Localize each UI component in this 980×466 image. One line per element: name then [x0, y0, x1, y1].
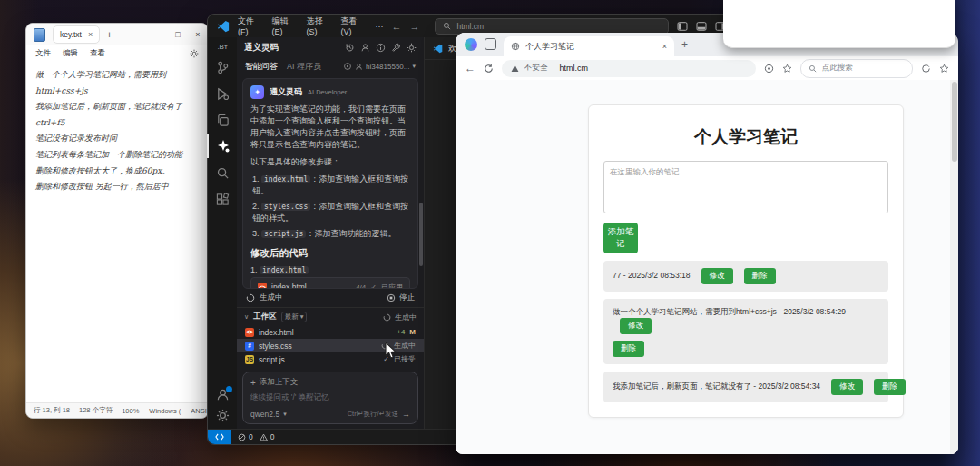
tab-close-icon[interactable]: × [88, 30, 93, 39]
menu-more-icon[interactable]: ··· [375, 22, 383, 31]
model-selector[interactable]: qwen2.5 [250, 410, 279, 419]
add-note-button[interactable]: 添加笔记 [603, 223, 638, 253]
workspace-square-icon[interactable] [485, 38, 496, 50]
tab-ai-programmer[interactable]: AI 程序员 [287, 61, 321, 73]
address-bar[interactable]: 不安全 html.cm [502, 60, 756, 77]
close-button[interactable]: × [188, 30, 208, 39]
search-icon [808, 64, 817, 73]
plus-icon[interactable]: + [250, 378, 256, 388]
back-icon[interactable]: ← [465, 62, 475, 74]
edit-button[interactable]: 修改 [620, 318, 652, 334]
workspace-filter[interactable]: 最新 ▾ [281, 312, 308, 322]
new-tab-icon[interactable]: + [106, 29, 112, 40]
edit-button[interactable]: 修改 [831, 379, 863, 395]
refresh-icon[interactable] [484, 64, 494, 74]
menu-view[interactable]: 查看(V) [340, 15, 367, 36]
message-paragraph: 为了实现查询笔记的功能，我们需要在页面中添加一个查询输入框和一个查询按钮。当用户… [250, 104, 410, 151]
tongyi-lingma-icon[interactable] [207, 134, 238, 158]
tab-smart-qa[interactable]: 智能问答 [245, 61, 278, 73]
warnings-indicator[interactable]: 0 [260, 432, 275, 441]
add-context-button[interactable]: 添加上下文 [260, 377, 299, 388]
workspace-row-index-html[interactable]: <> index.html +4M [237, 325, 424, 339]
note-line: 我添加笔记后，刷新页面，笔记就没有了 [35, 99, 199, 115]
maximize-button[interactable]: □ [168, 30, 188, 39]
gear-icon[interactable] [407, 43, 416, 53]
browser-logo-icon[interactable] [465, 38, 477, 51]
scope-icon [343, 62, 352, 71]
account-icon[interactable] [216, 388, 230, 402]
diff-added: +4 [397, 328, 405, 336]
extensions-icon[interactable] [208, 187, 237, 211]
note-input[interactable] [603, 161, 888, 213]
nav-back-icon[interactable]: ← [391, 21, 401, 32]
nav-forward-icon[interactable]: → [409, 21, 419, 32]
new-tab-icon[interactable]: + [681, 38, 688, 51]
generating-label: 生成中 [260, 292, 283, 303]
page-scrollbar[interactable] [950, 80, 958, 454]
tab-close-icon[interactable]: × [662, 42, 667, 51]
desktop: key.txt × + — □ × 文件 编辑 查看 做一个个人学习笔记网站，需… [0, 0, 980, 466]
file-card[interactable]: <> index.html 4/4✓已应用 [250, 277, 410, 289]
menu-file[interactable]: 文件(F) [238, 15, 264, 36]
search-icon[interactable] [208, 161, 237, 184]
notepad-text-area[interactable]: 做一个个人学习笔记网站，需要用到html+css+js 我添加笔记后，刷新页面，… [26, 64, 208, 403]
remote-indicator[interactable] [208, 430, 231, 444]
note-text: 我添加笔记后，刷新页面，笔记就没有了 - 2025/3/2 08:54:34 [612, 381, 820, 393]
chevron-down-icon: ▾ [300, 312, 304, 321]
send-hint: Ctrl↵换行/↵发送 [348, 410, 398, 419]
info-icon[interactable] [376, 43, 386, 53]
delete-button[interactable]: 删除 [874, 379, 906, 395]
note-line: 删除和修改按钮 另起一行，然后居中 [35, 179, 199, 195]
notepad-tab[interactable]: key.txt × [53, 25, 100, 44]
toggle-sidebar-icon[interactable] [696, 22, 707, 31]
scrollbar-thumb[interactable] [952, 82, 957, 162]
menu-edit[interactable]: 编辑(E) [272, 15, 299, 36]
file-name: index.html [259, 328, 294, 337]
manage-gear-icon[interactable] [216, 409, 230, 422]
source-control-icon[interactable] [208, 55, 237, 79]
delete-button[interactable]: 删除 [612, 341, 644, 357]
line-ending: Windows ( [149, 407, 181, 415]
composer-placeholder[interactable]: 继续提问或 '/' 唤醒记忆 [250, 392, 410, 403]
delete-button[interactable]: 删除 [744, 268, 776, 284]
gear-icon[interactable] [190, 49, 199, 59]
browser-tab[interactable]: 个人学习笔记 × [504, 36, 674, 56]
quick-search-box[interactable]: 点此搜索 [800, 59, 913, 78]
js-file-icon: JS [245, 355, 254, 364]
favorites-icon[interactable] [939, 64, 949, 74]
chat-message-list[interactable]: ✦ 通义灵码 AI Developer... 为了实现查询笔记的功能，我们需要在… [237, 75, 424, 307]
menu-view[interactable]: 查看 [90, 48, 105, 59]
toggle-panel-icon[interactable] [677, 22, 688, 31]
expand-icon[interactable]: ∨ [244, 313, 249, 321]
copy-pages-icon[interactable] [208, 108, 237, 132]
stop-label: 停止 [399, 292, 415, 303]
vscode-logo-icon [217, 20, 230, 33]
wrench-icon[interactable] [391, 43, 401, 53]
feedback-icon[interactable] [360, 43, 370, 53]
menu-file[interactable]: 文件 [35, 48, 51, 59]
account-selector[interactable]: hi34815550... ▾ [343, 62, 416, 71]
send-icon[interactable]: → [402, 410, 410, 419]
sync-icon[interactable] [921, 64, 931, 74]
command-center[interactable]: html.cm [435, 18, 669, 35]
stop-icon [387, 293, 396, 302]
extension-icon[interactable] [764, 64, 774, 74]
chat-composer[interactable]: + 添加上下文 继续提问或 '/' 唤醒记忆 qwen2.5 ▾ Ctrl↵换行… [242, 372, 418, 424]
note-line: 删除和修改按钮太大了，换成60px。 [35, 164, 199, 180]
history-icon[interactable] [345, 43, 355, 53]
minimize-button[interactable]: — [148, 30, 168, 39]
run-debug-icon[interactable] [208, 82, 237, 105]
notepad-window: key.txt × + — □ × 文件 编辑 查看 做一个个人学习笔记网站，需… [25, 23, 209, 419]
file-status: 已应用 [381, 283, 403, 290]
stop-button[interactable]: 停止 [387, 292, 415, 303]
file-number: 1. [250, 265, 258, 274]
bookmark-star-icon[interactable] [782, 64, 792, 74]
errors-indicator[interactable]: 0 [238, 432, 253, 441]
mouse-cursor [385, 342, 397, 360]
edit-button[interactable]: 修改 [701, 268, 733, 284]
menu-selection[interactable]: 选择(S) [306, 15, 332, 36]
chat-scrollbar[interactable] [419, 203, 423, 266]
menu-edit[interactable]: 编辑 [63, 48, 78, 59]
note-line: 做一个个人学习笔记网站，需要用到html+css+js [35, 67, 199, 99]
step-text: ：添加查询功能的逻辑。 [306, 229, 396, 238]
